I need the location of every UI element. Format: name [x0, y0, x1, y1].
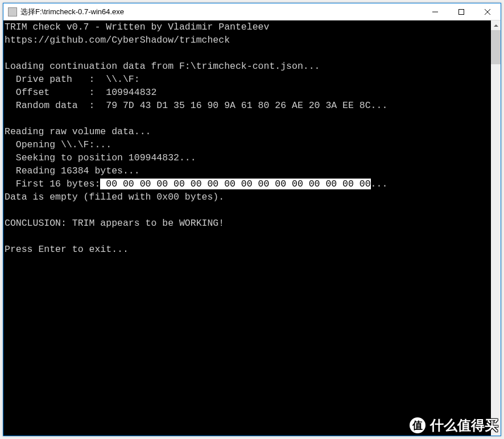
watermark-text: 什么值得买 — [430, 416, 498, 434]
console-line: Drive path : \\.\F: — [5, 74, 140, 85]
console-wrapper: TRIM check v0.7 - Written by Vladimir Pa… — [3, 20, 501, 436]
minimize-icon — [432, 9, 438, 15]
console-line: Opening \\.\F:... — [5, 139, 111, 150]
console-line: Random data : 79 7D 43 D1 35 16 90 9A 61… — [5, 100, 387, 111]
watermark-badge: 值 — [408, 416, 427, 434]
window-title: 选择F:\trimcheck-0.7-win64.exe — [20, 7, 422, 17]
chevron-up-icon — [494, 24, 498, 27]
scrollbar-thumb[interactable] — [491, 30, 501, 64]
console-line: CONCLUSION: TRIM appears to be WORKING! — [5, 218, 224, 229]
console-line: Reading 16384 bytes... — [5, 165, 140, 176]
maximize-button[interactable] — [448, 3, 474, 20]
scroll-up-button[interactable] — [491, 20, 501, 30]
console-line-prefix: First 16 bytes: — [5, 179, 100, 189]
close-icon — [485, 9, 490, 15]
console-line: Data is empty (filled with 0x00 bytes). — [5, 192, 224, 202]
close-button[interactable] — [474, 3, 501, 20]
minimize-button[interactable] — [422, 3, 448, 20]
maximize-icon — [458, 9, 464, 15]
console-line: Offset : 109944832 — [5, 87, 156, 98]
console-line: Loading continuation data from F:\trimch… — [5, 61, 320, 72]
console-line-suffix: ... — [371, 179, 388, 189]
console-line: Seeking to position 109944832... — [5, 152, 196, 163]
svg-marker-4 — [494, 24, 498, 27]
selected-text: 00 00 00 00 00 00 00 00 00 00 00 00 00 0… — [100, 179, 370, 189]
window-controls — [422, 3, 501, 20]
watermark: 值 什么值得买 — [408, 416, 498, 434]
titlebar[interactable]: 选择F:\trimcheck-0.7-win64.exe — [3, 3, 501, 20]
console-output[interactable]: TRIM check v0.7 - Written by Vladimir Pa… — [3, 20, 491, 436]
svg-rect-1 — [459, 9, 464, 14]
app-icon — [8, 7, 17, 16]
console-line: Reading raw volume data... — [5, 126, 151, 137]
console-line: TRIM check v0.7 - Written by Vladimir Pa… — [5, 22, 269, 32]
console-line: Press Enter to exit... — [5, 244, 129, 255]
app-window: 选择F:\trimcheck-0.7-win64.exe TRIM check … — [3, 3, 501, 436]
console-line: https://github.com/CyberShadow/trimcheck — [5, 35, 230, 45]
vertical-scrollbar[interactable] — [491, 20, 501, 436]
